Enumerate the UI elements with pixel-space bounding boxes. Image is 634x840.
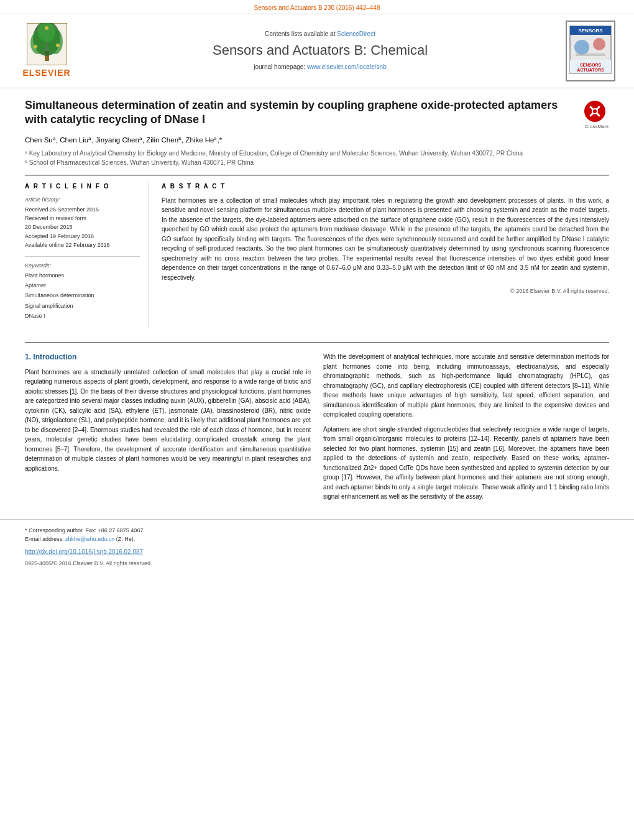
article-info-heading: A R T I C L E I N F O [25,182,140,191]
article-title: Simultaneous determination of zeatin and… [25,98,584,127]
keyword-4: Signal amplification [25,301,140,311]
revised-label: Received in revised form [25,214,140,223]
svg-point-6 [34,45,37,48]
homepage-link[interactable]: www.elsevier.com/locate/snb [307,63,387,70]
issn-line: 0925-4005/© 2016 Elsevier B.V. All right… [25,560,609,568]
crossmark-icon [584,101,605,122]
doi-link[interactable]: http://dx.doi.org/10.1016/j.snb.2016.02.… [25,548,143,555]
crossmark-area: CrossMark [584,101,609,130]
email-label: E-mail address: [25,536,64,542]
keyword-3: Simultaneous determination [25,290,140,300]
journal-title-area: Contents lists available at ScienceDirec… [75,30,566,72]
intro-paragraph-1: Plant hormones are a structurally unrela… [25,367,311,474]
crossmark-label: CrossMark [584,123,609,130]
revised-date-display: 20 December 2015 [25,223,140,231]
svg-text:ACTUATORS: ACTUATORS [577,68,604,72]
affiliation-b: ᵇ School of Pharmaceutical Sciences, Wuh… [25,158,609,167]
journal-homepage: journal homepage: www.elsevier.com/locat… [87,63,553,72]
keywords-block: Keywords: Plant hormones Aptamer Simulta… [25,262,140,321]
abstract-column: A B S T R A C T Plant hormones are a col… [162,182,609,327]
elsevier-logo: ELSEVIER [19,23,75,80]
available-date: Available online 22 February 2016 [25,241,140,249]
journal-header: ELSEVIER Contents lists available at Sci… [0,14,634,88]
svg-point-7 [56,44,60,47]
authors-line: Chen Suᵃ, Chen Liuᵃ, Jinyang Chenᵃ, Zili… [25,135,609,145]
intro-paragraph-2: With the development of analytical techn… [323,352,609,420]
email-link[interactable]: zhkhe@whu.edu.cn [65,536,114,542]
author-list: Chen Suᵃ, Chen Liuᵃ, Jinyang Chenᵃ, Zili… [25,136,222,144]
body-right-column: With the development of analytical techn… [323,352,609,507]
title-row: Simultaneous determination of zeatin and… [25,98,609,130]
abstract-text: Plant hormones are a collection of small… [162,196,609,283]
article-info-abstract: A R T I C L E I N F O Article history: R… [25,175,609,327]
article-area: Simultaneous determination of zeatin and… [0,88,634,333]
elsevier-tree-icon [27,23,67,65]
article-info-column: A R T I C L E I N F O Article history: R… [25,182,149,327]
svg-point-14 [593,38,605,50]
divider [25,256,140,257]
svg-text:SENSORS: SENSORS [578,28,603,34]
contents-line: Contents lists available at ScienceDirec… [87,30,553,39]
page: Sensors and Actuators B 230 (2016) 442–4… [0,0,634,573]
body-left-column: 1. Introduction Plant hormones are a str… [25,352,311,507]
keyword-2: Aptamer [25,280,140,290]
svg-point-23 [593,109,597,113]
journal-title: Sensors and Actuators B: Chemical [87,41,553,60]
introduction-heading: 1. Introduction [25,352,311,362]
intro-paragraph-3: Aptamers are short single-stranded oligo… [323,425,609,502]
affiliation-a: ᵃ Key Laboratory of Analytical Chemistry… [25,149,609,158]
sensors-logo-image-icon: SENSORS SENSORS ACTUATORS [569,25,612,74]
footnote-corresponding: * Corresponding author. Fax: +86 27 6875… [25,527,145,533]
article-history-block: Article history: Received 26 September 2… [25,196,140,250]
accepted-date: Accepted 19 February 2016 [25,232,140,241]
svg-point-8 [45,26,48,30]
affiliations: ᵃ Key Laboratory of Analytical Chemistry… [25,149,609,167]
citation-text: Sensors and Actuators B 230 (2016) 442–4… [254,4,380,11]
history-label: Article history: [25,196,140,204]
keyword-5: DNase I [25,311,140,321]
svg-text:SENSORS: SENSORS [580,63,602,67]
svg-point-13 [574,40,589,55]
svg-rect-15 [576,53,605,56]
elsevier-brand-text: ELSEVIER [22,67,70,80]
keywords-label: Keywords: [25,262,140,270]
body-content: 1. Introduction Plant hormones are a str… [0,352,634,519]
sciencedirect-link[interactable]: ScienceDirect [337,30,375,37]
copyright-line: © 2016 Elsevier B.V. All rights reserved… [162,287,609,295]
footer-area: * Corresponding author. Fax: +86 27 6875… [0,519,634,574]
keyword-1: Plant hormones [25,270,140,280]
citation-bar: Sensors and Actuators B 230 (2016) 442–4… [0,0,634,14]
corresponding-author-note: * Corresponding author. Fax: +86 27 6875… [25,526,609,535]
sensors-actuators-logo: SENSORS SENSORS ACTUATORS [566,21,615,81]
abstract-heading: A B S T R A C T [162,182,609,191]
email-suffix: (Z. He). [116,536,136,542]
received-date: Received 26 September 2015 [25,205,140,214]
main-section-divider [25,342,609,343]
email-line: E-mail address: zhkhe@whu.edu.cn (Z. He)… [25,535,609,543]
